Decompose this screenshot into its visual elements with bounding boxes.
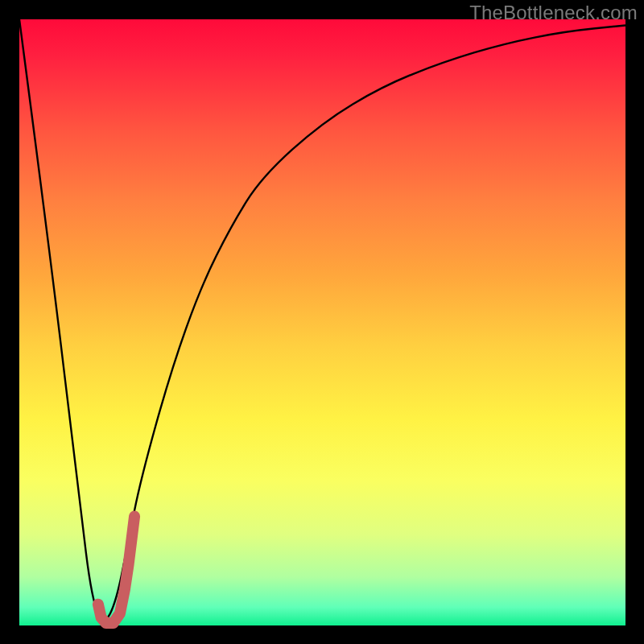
plot-area: [19, 19, 625, 625]
chart-svg: [19, 19, 625, 625]
bottleneck-curve-path: [19, 19, 625, 619]
watermark-text: TheBottleneck.com: [469, 2, 638, 24]
chart-frame: TheBottleneck.com: [0, 0, 644, 644]
plot-border: [0, 0, 644, 644]
highlight-j-marker: [98, 516, 134, 623]
